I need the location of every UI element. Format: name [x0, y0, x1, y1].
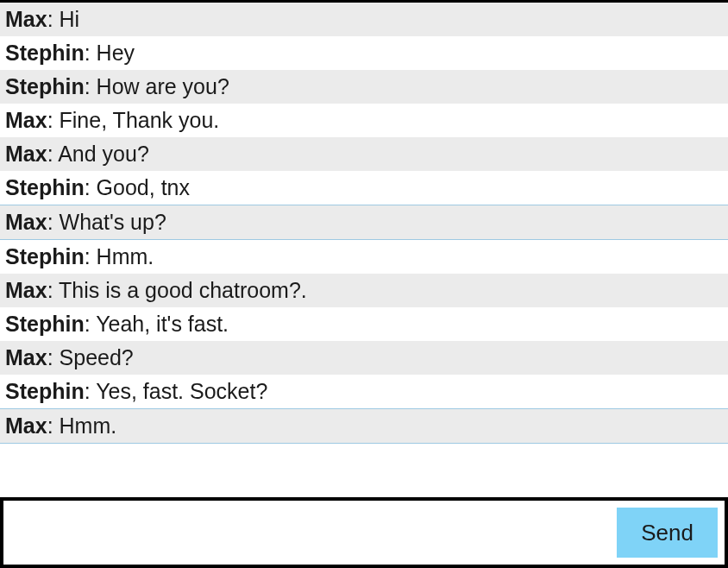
message-row: Stephin: How are you? [0, 70, 728, 104]
message-sender: Max [5, 108, 47, 132]
message-row: Stephin: Yeah, it's fast. [0, 307, 728, 341]
message-sender: Stephin [5, 74, 85, 98]
chat-container: Max: HiStephin: HeyStephin: How are you?… [0, 0, 728, 568]
message-row: Max: Hmm. [0, 408, 728, 444]
message-sender: Max [5, 7, 47, 31]
message-sender: Max [5, 142, 47, 166]
message-text: Hey [97, 41, 135, 65]
message-sender: Stephin [5, 312, 85, 336]
message-text: Fine, Thank you. [60, 108, 220, 132]
message-text: Yes, fast. Socket? [96, 379, 267, 403]
message-sender: Stephin [5, 41, 85, 65]
message-sender: Max [5, 278, 47, 302]
send-button[interactable]: Send [617, 508, 718, 558]
message-row: Stephin: Hmm. [0, 240, 728, 274]
message-text: Hi [60, 7, 80, 31]
message-row: Stephin: Yes, fast. Socket? [0, 375, 728, 408]
message-text: Speed? [60, 345, 134, 369]
message-row: Max: Speed? [0, 341, 728, 375]
message-text: And you? [58, 142, 149, 166]
message-sender: Stephin [5, 244, 85, 268]
message-row: Stephin: Hey [0, 36, 728, 70]
message-text: Hmm. [60, 413, 117, 438]
message-row: Max: What's up? [0, 205, 728, 240]
message-text: Good, tnx [97, 175, 190, 199]
message-text: How are you? [97, 74, 229, 98]
message-sender: Max [5, 413, 47, 438]
message-sender: Stephin [5, 175, 85, 199]
message-sender: Max [5, 210, 47, 234]
message-text: Hmm. [97, 244, 154, 268]
message-row: Stephin: Good, tnx [0, 171, 728, 205]
message-row: Max: Hi [0, 3, 728, 36]
message-sender: Max [5, 345, 47, 369]
message-row: Max: And you? [0, 137, 728, 171]
message-row: Max: Fine, Thank you. [0, 104, 728, 137]
message-text: This is a good chatroom?. [59, 278, 307, 302]
message-input[interactable] [10, 508, 608, 558]
input-bar: Send [0, 497, 728, 568]
message-row: Max: This is a good chatroom?. [0, 274, 728, 307]
message-list: Max: HiStephin: HeyStephin: How are you?… [0, 3, 728, 497]
message-sender: Stephin [5, 379, 85, 403]
message-text: What's up? [60, 210, 166, 234]
message-text: Yeah, it's fast. [96, 312, 229, 336]
